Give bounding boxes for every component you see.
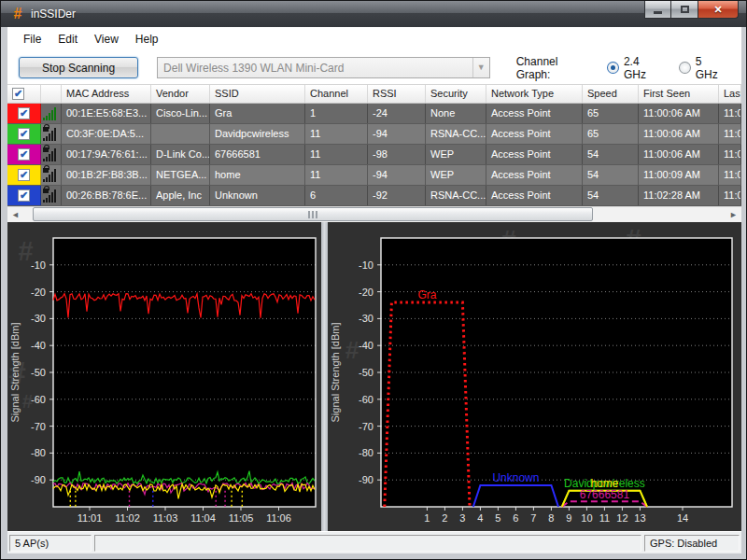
svg-text:11:01: 11:01 [78, 512, 103, 524]
stop-scanning-button[interactable]: Stop Scanning [19, 57, 138, 78]
status-spacer [94, 535, 641, 552]
col-header-last[interactable]: Last [719, 85, 741, 103]
scroll-track[interactable] [23, 206, 726, 222]
radio-5ghz[interactable]: 5 GHz [679, 55, 726, 81]
vendor-cell: NETGEA... [151, 165, 210, 185]
ssid-cell: Davidpcwireless [210, 124, 305, 144]
app-logo-icon: # [10, 7, 25, 21]
table-hscrollbar: ◄ ► [7, 206, 741, 222]
col-header-mac-address[interactable]: MAC Address [62, 85, 151, 103]
svg-text:11: 11 [599, 512, 610, 524]
signal-cell [41, 145, 62, 164]
menu-item-edit[interactable]: Edit [49, 29, 86, 49]
lock-icon [43, 189, 49, 193]
speed-cell: 54 [583, 165, 639, 185]
svg-text:-10: -10 [31, 259, 46, 271]
network-type-cell: Access Point [486, 124, 583, 144]
last-seen-cell: 11:0 [719, 145, 741, 164]
scroll-thumb[interactable] [33, 207, 593, 221]
title-bar[interactable]: # inSSIDer ✕ [1, 1, 746, 27]
svg-text:8: 8 [548, 512, 554, 524]
svg-text:Signal Strength [dBm]: Signal Strength [dBm] [9, 322, 21, 422]
window-frame: FileEditViewHelp Stop Scanning Dell Wire… [1, 27, 746, 559]
rssi-cell: -92 [368, 186, 426, 205]
table-row[interactable]: ✔00:1E:E5:68:E3...Cisco-Lin...Gra1-24Non… [7, 104, 741, 124]
window-title: inSSIDer [31, 7, 76, 21]
band-radio-group: 2.4 GHz5 GHz [607, 55, 741, 81]
table-row[interactable]: ✔00:1B:2F:B8:3B...NETGEA...home11-94WEPA… [7, 165, 741, 186]
row-color-checkbox-cell[interactable]: ✔ [7, 165, 41, 185]
col-header-first-seen[interactable]: First Seen [639, 85, 719, 103]
col-header-channel[interactable]: Channel [305, 85, 368, 103]
channel-graph: -10-20-30-40-50-60-70-80-90Signal Streng… [328, 222, 741, 531]
rssi-cell: -24 [368, 104, 426, 123]
table-header[interactable]: ✔MAC AddressVendorSSIDChannelRSSISecurit… [7, 84, 741, 104]
svg-text:11:05: 11:05 [229, 512, 254, 524]
col-header-network-type[interactable]: Network Type [486, 85, 583, 103]
mac-cell: C0:3F:0E:DA:5... [62, 124, 151, 144]
radio-24ghz[interactable]: 2.4 GHz [607, 55, 664, 81]
row-checkbox[interactable]: ✔ [18, 189, 30, 202]
col-header-icon[interactable] [41, 85, 62, 103]
row-checkbox[interactable]: ✔ [18, 128, 30, 140]
row-color-checkbox-cell[interactable]: ✔ [7, 124, 41, 144]
network-type-cell: Access Point [486, 165, 583, 185]
svg-text:-20: -20 [359, 286, 374, 297]
signal-strength-icon [43, 106, 60, 120]
lock-icon [43, 168, 49, 173]
col-header-rssi[interactable]: RSSI [368, 85, 426, 103]
svg-text:12: 12 [616, 512, 627, 524]
time-graph-panel: -10-20-30-40-50-60-70-80-90Signal Streng… [7, 222, 321, 531]
table-row[interactable]: ✔00:17:9A:76:61:...D-Link Co...676665811… [7, 145, 741, 165]
mac-cell: 00:1E:E5:68:E3... [62, 104, 151, 123]
row-color-checkbox-cell[interactable]: ✔ [7, 104, 41, 123]
chart-splitter[interactable] [321, 222, 328, 531]
rssi-cell: -94 [368, 165, 426, 185]
channel-cell: 6 [305, 186, 368, 205]
app-window: # inSSIDer ✕ FileEditViewHelp Stop Scann… [0, 0, 747, 560]
row-checkbox[interactable]: ✔ [18, 107, 30, 119]
maximize-button[interactable] [671, 1, 698, 19]
minimize-button[interactable] [644, 1, 671, 19]
status-bar: 5 AP(s) GPS: Disabled [7, 531, 741, 553]
col-header-security[interactable]: Security [426, 85, 486, 103]
first-seen-cell: 11:00:06 AM [639, 104, 719, 123]
close-button[interactable]: ✕ [698, 1, 739, 19]
network-type-cell: Access Point [486, 104, 583, 123]
table-row[interactable]: ✔00:26:BB:78:6E...Apple, IncUnknown6-92R… [7, 186, 741, 206]
channel-cell: 11 [305, 145, 368, 164]
header-select-all[interactable]: ✔ [7, 85, 41, 103]
minimize-icon [654, 11, 662, 14]
menu-item-view[interactable]: View [86, 29, 127, 49]
lock-icon [43, 147, 49, 152]
select-all-checkbox[interactable]: ✔ [12, 88, 24, 100]
col-header-vendor[interactable]: Vendor [151, 85, 210, 103]
mac-cell: 00:26:BB:78:6E... [62, 186, 151, 205]
col-header-ssid[interactable]: SSID [210, 85, 305, 103]
menu-item-file[interactable]: File [15, 29, 49, 49]
col-header-speed[interactable]: Speed [583, 85, 639, 103]
svg-text:-80: -80 [31, 447, 46, 458]
last-seen-cell: 11:0 [719, 104, 741, 123]
radio-icon [607, 62, 619, 74]
svg-text:10: 10 [581, 512, 592, 524]
lock-icon [43, 127, 49, 132]
scroll-left-arrow[interactable]: ◄ [7, 206, 23, 222]
first-seen-cell: 11:00:09 AM [639, 165, 719, 185]
menu-bar: FileEditViewHelp [7, 27, 741, 52]
channel-graph-panel: -10-20-30-40-50-60-70-80-90Signal Streng… [328, 222, 741, 531]
ssid-cell: 67666581 [210, 145, 305, 164]
first-seen-cell: 11:02:28 AM [639, 186, 719, 205]
ssid-label: 67666581 [580, 488, 630, 501]
menu-item-help[interactable]: Help [127, 29, 167, 49]
scroll-right-arrow[interactable]: ► [726, 206, 741, 222]
row-checkbox[interactable]: ✔ [18, 169, 30, 181]
charts-area: -10-20-30-40-50-60-70-80-90Signal Streng… [7, 222, 741, 531]
adapter-select[interactable]: Dell Wireless 1390 WLAN Mini-Card ▼ [157, 57, 490, 78]
row-color-checkbox-cell[interactable]: ✔ [7, 145, 41, 164]
network-type-cell: Access Point [486, 186, 583, 205]
table-row[interactable]: ✔C0:3F:0E:DA:5...Davidpcwireless11-94RSN… [7, 124, 741, 145]
row-color-checkbox-cell[interactable]: ✔ [7, 186, 41, 205]
row-checkbox[interactable]: ✔ [18, 148, 30, 161]
svg-text:-80: -80 [359, 447, 374, 458]
